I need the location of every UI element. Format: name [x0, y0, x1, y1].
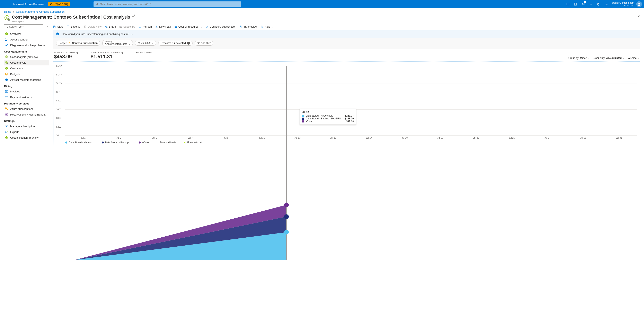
analysis-icon: $ — [5, 61, 8, 64]
report-bug-button[interactable]: Report a bug — [48, 2, 70, 6]
sidebar-item-payment[interactable]: Payment methods — [4, 94, 49, 100]
cost-by-resource-button[interactable]: Cost by resource⌄ — [174, 25, 202, 28]
directory-icon[interactable] — [572, 0, 579, 8]
chart-type-selector[interactable]: Area⌄ — [628, 57, 639, 59]
sidebar-item-cost-analysis[interactable]: $Cost analysis — [4, 60, 49, 65]
svg-point-33 — [106, 25, 108, 26]
info-icon — [56, 32, 59, 35]
global-search[interactable] — [94, 1, 241, 7]
subscribe-button: Subscribe — [119, 25, 135, 28]
svg-text:$: $ — [6, 56, 7, 57]
brand[interactable]: Microsoft Azure (Preview) — [0, 3, 46, 6]
chart-plot-area[interactable]: $1.6K $1.4K $1.2K $1K $800 $600 $400 $20… — [65, 66, 637, 135]
analysis-icon: $ — [5, 55, 8, 58]
swatch — [302, 115, 304, 117]
feedback-banner[interactable]: How would you rate understanding and ana… — [53, 30, 640, 38]
sidebar-search[interactable]: Search (Ctrl+/) — [4, 24, 43, 29]
sidebar-group-heading: Products + services — [4, 100, 49, 106]
sidebar-item-access-control[interactable]: Access control — [4, 37, 49, 42]
sidebar-item-overview[interactable]: $Overview — [4, 31, 49, 37]
resource-filter[interactable]: Resource : 7 selected ✕ — [158, 41, 192, 46]
save-button[interactable]: Save — [53, 25, 64, 28]
granularity-selector[interactable]: Granularity: Accumulated⌄ — [593, 57, 624, 59]
download-button[interactable]: Download — [155, 25, 171, 28]
info-icon: i — [121, 52, 124, 54]
global-search-input[interactable] — [100, 3, 239, 6]
svg-rect-25 — [5, 96, 8, 98]
info-icon: i — [76, 52, 78, 54]
metric-actual-cost[interactable]: ACTUAL COST (USD) i $458.09⌄ — [54, 51, 78, 59]
cloud-shell-icon[interactable] — [564, 0, 571, 8]
breadcrumb-home[interactable]: Home — [4, 10, 11, 13]
delete-view-button: Delete view — [84, 25, 102, 28]
date-selector[interactable]: Jul 2022⌄ — [135, 41, 156, 46]
svg-text:i: i — [111, 41, 112, 42]
svg-rect-2 — [566, 3, 569, 5]
svg-point-28 — [6, 126, 7, 127]
groupby-selector[interactable]: Group by: Meter⌄ — [568, 57, 589, 59]
banner-text: How would you rate understanding and ana… — [62, 32, 128, 35]
svg-point-48 — [284, 230, 289, 234]
top-icons: 1 — [564, 0, 610, 8]
try-preview-button[interactable]: Try preview — [240, 25, 257, 28]
calendar-icon — [138, 42, 140, 44]
metric-forecast[interactable]: FORECAST: CHART VIEW ON i $1,511.31⌄ — [91, 51, 124, 59]
view-selector[interactable]: VIEW i * AccumulatedCosts⌄ — [102, 40, 133, 46]
svg-point-34 — [106, 27, 108, 28]
breadcrumb: Home › Cost Management: Contoso Subscrip… — [0, 8, 644, 14]
sidebar-item-subscriptions[interactable]: Azure subscriptions — [4, 106, 49, 112]
title-bar: $ Cost Management: Contoso Subscription|… — [0, 14, 644, 24]
save-as-button[interactable]: Save as — [67, 25, 80, 28]
svg-point-49 — [284, 214, 289, 219]
svg-point-13 — [6, 38, 6, 39]
remove-filter-icon[interactable]: ✕ — [187, 42, 190, 44]
chart-svg — [65, 66, 637, 260]
search-icon — [6, 25, 8, 28]
user-org: CONTOSO — [612, 4, 634, 6]
close-icon[interactable]: ✕ — [637, 14, 640, 18]
refresh-button[interactable]: Refresh — [138, 25, 152, 28]
breadcrumb-current[interactable]: Cost Management: Contoso Subscription — [16, 10, 64, 13]
sidebar: « Search (Ctrl+/) $Overview Access contr… — [4, 24, 49, 146]
collapse-sidebar-icon[interactable]: « — [47, 25, 48, 28]
help-button[interactable]: Help⌄ — [260, 25, 274, 28]
metric-budget[interactable]: BUDGET: NONE --⌄ — [136, 51, 152, 59]
alert-icon: $ — [5, 67, 8, 70]
sidebar-item-reservations[interactable]: Reservations + Hybrid Benefit — [4, 112, 49, 117]
svg-text:$: $ — [6, 16, 8, 19]
help-icon[interactable] — [595, 0, 602, 8]
sidebar-item-budgets[interactable]: $Budgets — [4, 71, 49, 77]
content-area: Save Save as Delete view Share Subscribe… — [53, 24, 640, 146]
feedback-icon[interactable] — [603, 0, 610, 8]
user-account[interactable]: User@Contoso.com CONTOSO — [610, 2, 636, 6]
sidebar-item-cost-alerts[interactable]: $Cost alerts — [4, 65, 49, 71]
avatar[interactable] — [636, 1, 642, 7]
pin-icon[interactable] — [132, 14, 135, 17]
more-icon[interactable]: ⋯ — [138, 14, 140, 18]
page-subtitle: Subscription — [12, 20, 130, 23]
sidebar-group-heading: Billing — [4, 83, 49, 88]
settings-icon[interactable] — [588, 0, 594, 8]
share-button[interactable]: Share — [105, 25, 116, 28]
sidebar-item-cost-allocation[interactable]: Cost allocation (preview) — [4, 135, 49, 140]
sidebar-item-diagnose[interactable]: Diagnose and solve problems — [4, 42, 49, 48]
export-icon — [5, 130, 8, 134]
info-icon: i — [110, 41, 112, 42]
sidebar-item-invoices[interactable]: Invoices — [4, 88, 49, 94]
top-bar: Microsoft Azure (Preview) Report a bug 1… — [0, 0, 644, 8]
scope-selector[interactable]: Scope : Contoso Subscription — [56, 41, 100, 46]
sidebar-item-cost-analysis-preview[interactable]: $Cost analysis (preview) — [4, 54, 49, 60]
svg-rect-42 — [138, 42, 140, 44]
sidebar-item-manage-sub[interactable]: Manage subscription — [4, 123, 49, 129]
notifications-icon[interactable]: 1 — [580, 0, 587, 8]
invoice-icon — [5, 90, 8, 93]
sidebar-item-exports[interactable]: Exports — [4, 129, 49, 135]
configure-button[interactable]: Configure subscription — [206, 25, 236, 28]
svg-point-0 — [50, 3, 52, 5]
svg-text:$: $ — [6, 62, 7, 63]
card-icon — [5, 95, 8, 99]
sidebar-item-advisor[interactable]: Advisor recommendations — [4, 77, 49, 83]
arrow-right-icon: → — [131, 32, 134, 35]
add-filter-button[interactable]: Add filter — [194, 41, 213, 46]
diagnose-icon — [5, 43, 8, 47]
